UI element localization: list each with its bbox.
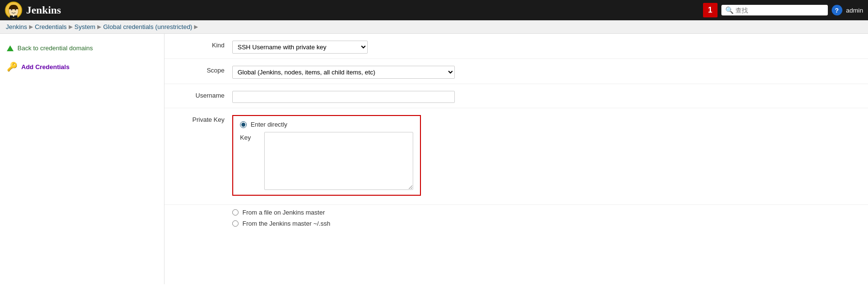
search-input[interactable] [735,7,818,14]
breadcrumb-credentials[interactable]: Credentials [35,23,67,30]
notification-badge[interactable]: 1 [703,3,718,17]
breadcrumb-sep-3: ▶ [97,24,101,30]
search-icon: 🔍 [725,6,733,14]
add-credentials-label: Add Credentials [21,63,70,71]
from-ssh-radio[interactable] [232,220,239,227]
username-control [232,89,858,103]
from-ssh-row: From the Jenkins master ~/.ssh [165,218,868,229]
enter-directly-row: Enter directly [240,121,413,128]
topbar-right: 1 🔍 ? admin [703,3,863,17]
username-label: Username [174,89,232,99]
username-row: Username [165,84,868,108]
topbar: Jenkins 1 🔍 ? admin [0,0,868,20]
from-ssh-label: From the Jenkins master ~/.ssh [242,220,330,227]
enter-directly-radio[interactable] [240,121,247,128]
svg-point-2 [11,9,13,11]
private-key-label: Private Key [174,113,232,123]
admin-label[interactable]: admin [846,7,863,14]
private-key-row: Private Key Enter directly Key [165,108,868,205]
help-button[interactable]: ? [832,5,842,15]
breadcrumb-system[interactable]: System [75,23,95,30]
breadcrumb-sep-4: ▶ [194,24,198,30]
sidebar: Back to credential domains 🔑 Add Credent… [0,34,165,284]
breadcrumb: Jenkins ▶ Credentials ▶ System ▶ Global … [0,20,868,34]
logo-area: Jenkins [5,1,703,19]
jenkins-logo-icon [5,1,22,19]
main-layout: Back to credential domains 🔑 Add Credent… [0,34,868,284]
from-file-row: From a file on Jenkins master [165,205,868,218]
key-textarea[interactable] [264,132,413,190]
kind-control: SSH Username with private key [232,39,858,54]
scope-label: Scope [174,64,232,74]
from-file-label: From a file on Jenkins master [242,209,325,216]
breadcrumb-global[interactable]: Global credentials (unrestricted) [103,23,192,30]
from-file-radio[interactable] [232,209,239,216]
kind-row: Kind SSH Username with private key [165,34,868,59]
svg-point-3 [15,9,16,11]
scope-select[interactable]: Global (Jenkins, nodes, items, all child… [232,66,455,79]
enter-directly-label: Enter directly [251,121,287,128]
breadcrumb-jenkins[interactable]: Jenkins [6,23,27,30]
key-icon: 🔑 [7,61,17,72]
search-box: 🔍 [721,5,828,15]
username-input[interactable] [232,91,455,103]
scope-control: Global (Jenkins, nodes, items, all child… [232,64,858,79]
back-label: Back to credential domains [17,44,93,52]
private-key-box: Enter directly Key [232,115,421,196]
back-to-credential-domains-link[interactable]: Back to credential domains [5,42,159,55]
scope-row: Scope Global (Jenkins, nodes, items, all… [165,59,868,84]
key-sub-label: Key [240,132,259,141]
kind-label: Kind [174,39,232,49]
content-area: Kind SSH Username with private key Scope… [165,34,868,284]
kind-select[interactable]: SSH Username with private key [232,41,368,54]
add-credentials-link[interactable]: 🔑 Add Credentials [5,58,159,75]
breadcrumb-sep-2: ▶ [69,24,73,30]
logo-text: Jenkins [26,4,61,16]
key-sub-row: Key [240,132,413,190]
private-key-control: Enter directly Key [232,113,858,200]
breadcrumb-sep-1: ▶ [29,24,33,30]
arrow-up-icon [7,45,14,51]
